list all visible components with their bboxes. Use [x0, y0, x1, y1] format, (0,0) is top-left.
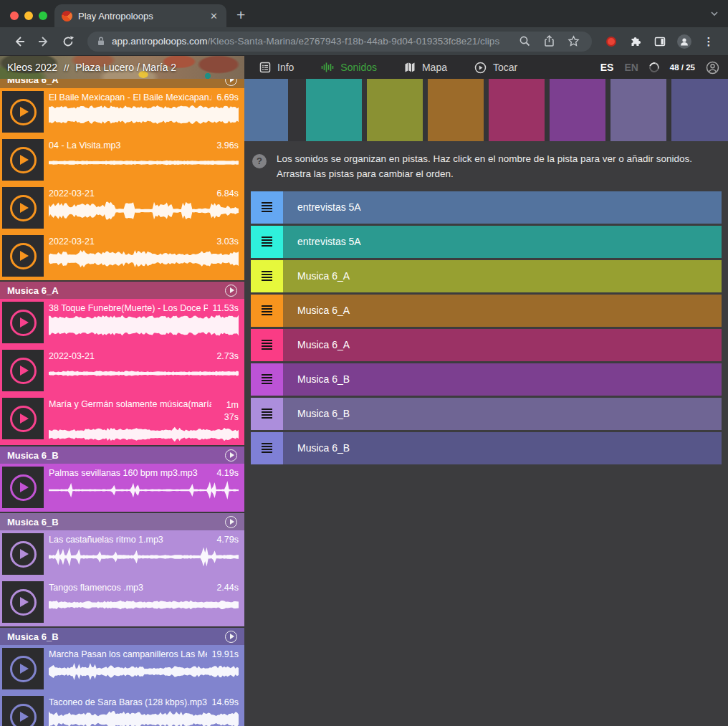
track-section-header[interactable]: Musica 6_A: [0, 282, 244, 299]
forward-button[interactable]: [37, 34, 51, 49]
tab-sonidos[interactable]: Sonidos: [321, 62, 377, 73]
clip-row[interactable]: Palmas sevillanas 160 bpm mp3.mp34.19s: [0, 464, 244, 512]
clip-row[interactable]: 38 Toque Funebre(Muerte) - Los Doce Par.…: [0, 299, 244, 347]
lang-es-button[interactable]: ES: [600, 62, 614, 73]
track-section-header[interactable]: Musica 6_B: [0, 628, 244, 645]
track-swatch[interactable]: [428, 79, 484, 141]
section-play-icon[interactable]: [225, 449, 237, 462]
browser-tab[interactable]: Play Antropoloops ✕: [54, 4, 226, 27]
drag-handle[interactable]: [251, 329, 283, 361]
tab-mapa[interactable]: Mapa: [404, 62, 447, 73]
extensions-puzzle-icon[interactable]: [628, 34, 643, 49]
account-icon[interactable]: [706, 61, 719, 75]
tab-tocar-label: Tocar: [493, 62, 517, 73]
clip-play-button[interactable]: [2, 533, 44, 575]
clip-play-button[interactable]: [2, 398, 44, 439]
clip-row[interactable]: 04 - La Visita.mp33.96s: [0, 136, 244, 184]
section-play-icon[interactable]: [225, 79, 237, 86]
waveform[interactable]: [49, 200, 239, 221]
clip-row[interactable]: Las castañuelas ritmo 1.mp34.79s: [0, 530, 244, 578]
recording-extension-icon[interactable]: [604, 34, 618, 49]
drag-handle[interactable]: [251, 191, 283, 224]
clip-row[interactable]: Tangos flamencos .mp32.44s: [0, 578, 244, 626]
waveform[interactable]: [49, 661, 239, 682]
lang-en-button[interactable]: EN: [624, 62, 638, 73]
side-panel-icon[interactable]: [653, 34, 667, 49]
share-icon[interactable]: [542, 34, 556, 49]
track-section-label: Musica 6_A: [7, 285, 59, 296]
track-row[interactable]: Musica 6_A: [251, 260, 722, 292]
back-button[interactable]: [12, 34, 27, 49]
browser-menu-icon[interactable]: ⋮: [701, 34, 716, 49]
tab-search-chevron-icon[interactable]: [709, 9, 719, 19]
track-row[interactable]: Musica 6_A: [251, 329, 722, 361]
bookmark-star-icon[interactable]: [566, 34, 580, 49]
clip-play-button[interactable]: [2, 696, 44, 726]
waveform[interactable]: [49, 709, 239, 726]
clip-play-button[interactable]: [2, 235, 44, 277]
close-window-button[interactable]: [10, 11, 19, 20]
waveform[interactable]: [49, 363, 239, 384]
track-section-header[interactable]: Musica 6_B: [0, 513, 244, 530]
track-row[interactable]: Musica 6_A: [251, 295, 722, 327]
track-row[interactable]: Musica 6_B: [251, 363, 722, 396]
clip-row[interactable]: El Baile Mexicapan - El Baile Mexicapan.…: [0, 88, 244, 136]
drag-handle[interactable]: [251, 398, 283, 430]
clip-play-button[interactable]: [2, 139, 44, 181]
track-section-header[interactable]: Musica 6_A: [0, 79, 244, 88]
clip-row[interactable]: María y Germán solamente música(maría 2.…: [0, 395, 244, 445]
tab-info[interactable]: Info: [259, 62, 294, 73]
clip-play-button[interactable]: [2, 467, 44, 508]
tab-close-icon[interactable]: ✕: [209, 11, 219, 22]
track-row[interactable]: Musica 6_B: [251, 398, 722, 430]
waveform[interactable]: [49, 104, 239, 125]
track-section-header[interactable]: Musica 6_B: [0, 446, 244, 464]
clip-row[interactable]: 2022-03-213.03s: [0, 232, 244, 280]
track-swatch[interactable]: [306, 79, 362, 141]
clip-play-button[interactable]: [2, 187, 44, 229]
maximize-window-button[interactable]: [39, 11, 47, 20]
section-play-icon[interactable]: [225, 631, 237, 643]
section-play-icon[interactable]: [225, 285, 237, 297]
reload-button[interactable]: [61, 34, 75, 49]
breadcrumb-project[interactable]: Kleos 2022: [7, 62, 57, 73]
track-swatch[interactable]: [244, 79, 288, 141]
track-swatch[interactable]: [489, 79, 545, 141]
new-tab-button[interactable]: +: [236, 6, 245, 24]
track-swatch[interactable]: [610, 79, 666, 141]
help-tip-text: Los sonidos se organizan en pistas. Haz …: [277, 152, 719, 182]
drag-handle[interactable]: [251, 363, 283, 396]
clip-row[interactable]: 2022-03-212.73s: [0, 347, 244, 395]
track-row[interactable]: Musica 6_B: [251, 432, 722, 464]
track-row[interactable]: entrevistas 5A: [251, 226, 722, 258]
url-bar[interactable]: app.antropoloops.com/Kleos-Santa-Marina/…: [87, 32, 592, 52]
zoom-icon[interactable]: [517, 34, 532, 49]
drag-handle[interactable]: [251, 295, 283, 327]
clip-play-button[interactable]: [2, 91, 44, 133]
drag-handle[interactable]: [251, 432, 283, 464]
track-swatch[interactable]: [550, 79, 605, 141]
waveform[interactable]: [49, 594, 239, 616]
clip-row[interactable]: Taconeo de Sara Baras (128 kbps).mp314.6…: [0, 693, 244, 726]
tab-tocar[interactable]: Tocar: [474, 62, 517, 74]
clip-play-button[interactable]: [2, 581, 44, 623]
drag-handle[interactable]: [251, 260, 283, 292]
track-swatch[interactable]: [367, 79, 423, 141]
section-play-icon[interactable]: [225, 516, 237, 528]
profile-avatar[interactable]: [677, 34, 691, 49]
clip-play-button[interactable]: [2, 302, 44, 343]
track-swatch[interactable]: [671, 79, 728, 141]
clip-row[interactable]: 2022-03-216.84s: [0, 184, 244, 232]
waveform[interactable]: [49, 315, 239, 336]
waveform[interactable]: [49, 479, 239, 501]
waveform[interactable]: [49, 424, 239, 445]
drag-handle[interactable]: [251, 226, 283, 258]
waveform[interactable]: [49, 152, 239, 173]
waveform[interactable]: [49, 546, 239, 568]
track-row[interactable]: entrevistas 5A: [251, 191, 722, 224]
clip-play-button[interactable]: [2, 350, 44, 391]
clip-row[interactable]: Marcha Pasan los campanilleros Las Mejor…: [0, 645, 244, 693]
minimize-window-button[interactable]: [24, 11, 33, 20]
clip-play-button[interactable]: [2, 648, 44, 689]
waveform[interactable]: [49, 248, 239, 269]
